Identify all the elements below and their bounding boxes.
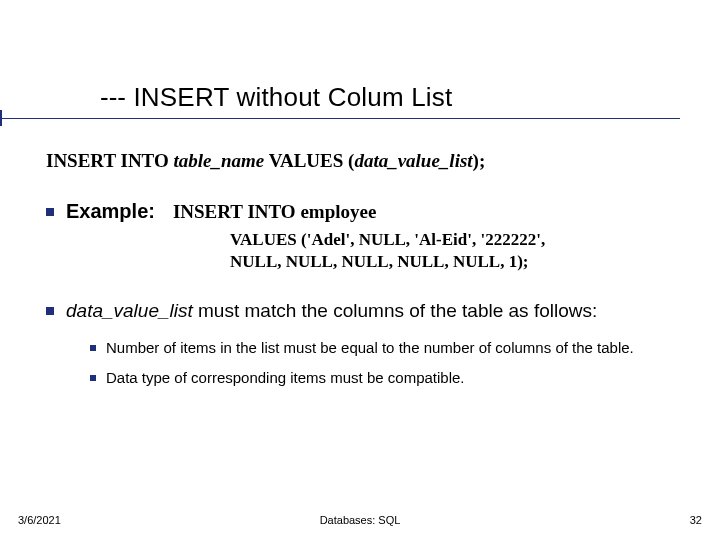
syntax-line: INSERT INTO table_name VALUES (data_valu…	[46, 150, 690, 172]
slide-title: --- INSERT without Colum List	[100, 82, 452, 112]
sub-row-1: Number of items in the list must be equa…	[90, 338, 690, 358]
example-code-line1: INSERT INTO employee	[173, 201, 376, 223]
title-dashes: ---	[100, 82, 126, 112]
example-code-line3: NULL, NULL, NULL, NULL, NULL, 1);	[230, 251, 690, 273]
footer-title: Databases: SQL	[0, 514, 720, 526]
footer-page-number: 32	[690, 514, 702, 526]
syntax-dvl: data_value_list	[354, 150, 472, 171]
title-row: --- INSERT without Colum List	[100, 82, 680, 113]
sub-text-1: Number of items in the list must be equa…	[106, 338, 690, 358]
example-code-line2: VALUES ('Adel', NULL, 'Al-Eid', '222222'…	[230, 229, 690, 251]
sub-row-2: Data type of corresponding items must be…	[90, 368, 690, 388]
example-row: Example: INSERT INTO employee	[46, 200, 690, 223]
syntax-table-name: table_name	[173, 150, 264, 171]
example-label: Example:	[66, 200, 155, 223]
slide: --- INSERT without Colum List INSERT INT…	[0, 0, 720, 540]
syntax-suffix: );	[473, 150, 486, 171]
para-text: data_value_list must match the columns o…	[66, 299, 690, 324]
bullet-icon	[46, 208, 54, 216]
bullet-icon	[90, 375, 96, 381]
syntax-prefix: INSERT INTO	[46, 150, 173, 171]
example-line: Example: INSERT INTO employee	[66, 200, 690, 223]
sublist: Number of items in the list must be equa…	[90, 338, 690, 389]
para-ital: data_value_list	[66, 300, 193, 321]
sub-text-2: Data type of corresponding items must be…	[106, 368, 690, 388]
para-rest: must match the columns of the table as f…	[193, 300, 597, 321]
syntax-mid: VALUES (	[264, 150, 354, 171]
example-code-block: VALUES ('Adel', NULL, 'Al-Eid', '222222'…	[230, 229, 690, 273]
bullet-icon	[46, 307, 54, 315]
bullet-icon	[90, 345, 96, 351]
body: INSERT INTO table_name VALUES (data_valu…	[46, 150, 690, 398]
para-row: data_value_list must match the columns o…	[46, 299, 690, 324]
title-text: INSERT without Colum List	[133, 82, 452, 112]
title-underline	[0, 118, 680, 119]
